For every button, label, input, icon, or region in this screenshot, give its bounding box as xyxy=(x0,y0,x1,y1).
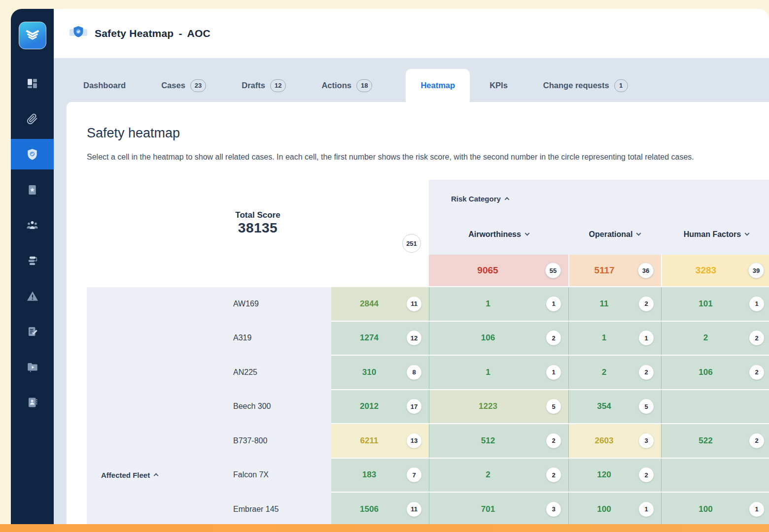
cell-score: 2 xyxy=(569,367,639,377)
fleet-total-cell[interactable]: 2012 17 xyxy=(331,390,429,424)
cell-cases-badge: 36 xyxy=(638,263,654,278)
tab-cases[interactable]: Cases 23 xyxy=(159,69,208,102)
column-total-cell[interactable]: 3283 39 xyxy=(661,255,769,286)
cell-score: 100 xyxy=(569,504,639,514)
heatmap-cell[interactable]: 522 2 xyxy=(661,424,769,458)
app-logo[interactable] xyxy=(19,22,46,49)
folder-media-icon xyxy=(26,361,39,373)
title-main: Safety Heatmap xyxy=(95,28,174,39)
sidebar-item-contacts[interactable] xyxy=(11,387,54,418)
cell-score: 2 xyxy=(429,470,547,480)
fleet-name: AN225 xyxy=(233,368,257,377)
tab-change-requests[interactable]: Change requests 1 xyxy=(541,69,630,102)
tab-kpis[interactable]: KPIs xyxy=(488,69,510,102)
column-header-airworthiness[interactable]: Airworthiness xyxy=(429,229,568,240)
heatmap-cell[interactable]: 101 1 xyxy=(661,287,769,321)
cell-cases-badge: 12 xyxy=(407,331,421,345)
cell-score: 522 xyxy=(662,436,750,446)
heatmap-cell[interactable]: 354 5 xyxy=(568,390,661,424)
cell-score: 354 xyxy=(569,401,639,411)
cell-cases-badge: 55 xyxy=(545,263,561,278)
sidebar-item-attachments[interactable] xyxy=(11,103,54,134)
contacts-icon xyxy=(27,397,38,408)
column-total-cell[interactable]: 9065 55 xyxy=(429,255,568,286)
tab-drafts[interactable]: Drafts 12 xyxy=(240,69,288,102)
frame-bottom-bar xyxy=(0,524,769,532)
fleet-total-cell[interactable]: 2844 11 xyxy=(331,287,429,321)
sidebar-item-safety[interactable] xyxy=(11,139,54,169)
column-header-human-factors[interactable]: Human Factors xyxy=(661,229,769,240)
heatmap-cell[interactable]: 2 2 xyxy=(661,322,769,355)
fleet-total-cell[interactable]: 1506 11 xyxy=(331,493,429,524)
page-title: Safety Heatmap-AOC xyxy=(95,28,210,39)
cell-score: 11 xyxy=(569,299,639,309)
app-header: Safety Heatmap-AOC xyxy=(54,9,769,58)
fleet-total-cell[interactable]: 6211 13 xyxy=(331,424,429,458)
tab-badge: 18 xyxy=(356,79,372,92)
total-score-label: Total Score xyxy=(87,180,429,220)
cell-score: 6211 xyxy=(331,436,407,446)
cell-cases-badge: 2 xyxy=(546,467,561,482)
heatmap-cell[interactable]: 106 2 xyxy=(661,356,769,389)
cell-cases-badge: 8 xyxy=(407,365,421,380)
cell-cases-badge: 2 xyxy=(639,365,654,380)
fleet-name: B737-800 xyxy=(233,436,267,445)
heatmap-cell[interactable]: 100 1 xyxy=(568,493,661,524)
sidebar-item-reports[interactable] xyxy=(11,174,54,205)
tab-badge: 23 xyxy=(190,79,206,92)
cell-cases-badge: 5 xyxy=(639,399,654,414)
total-score-value: 38135 xyxy=(87,220,429,236)
heatmap-cell[interactable]: 2603 3 xyxy=(568,424,661,458)
tab-actions[interactable]: Actions 18 xyxy=(319,69,374,102)
risk-category-header: Risk Category Airworthiness Operational … xyxy=(429,180,769,255)
cell-cases-badge: 11 xyxy=(407,297,421,311)
heatmap-cell[interactable]: 1 1 xyxy=(429,287,568,321)
heatmap-cell[interactable]: 100 1 xyxy=(661,493,769,524)
fleet-total-cell[interactable]: 310 8 xyxy=(331,356,429,389)
cell-score: 5117 xyxy=(569,265,639,276)
shield-check-icon xyxy=(26,148,39,161)
affected-fleet-sort[interactable]: Affected Fleet xyxy=(101,471,158,479)
heatmap-cell[interactable]: 512 2 xyxy=(429,424,568,458)
fleet-total-cell[interactable]: 1274 12 xyxy=(331,322,429,355)
heatmap-table: Total Score 38135 251 Risk Category Airw… xyxy=(87,180,769,524)
cell-cases-badge: 1 xyxy=(749,297,764,311)
heatmap-cell[interactable]: 11 2 xyxy=(568,287,661,321)
heatmap-cell[interactable]: 701 3 xyxy=(429,493,568,524)
heatmap-cell[interactable]: 120 2 xyxy=(568,459,661,492)
heatmap-cell[interactable]: 1 1 xyxy=(568,322,661,355)
column-header-operational[interactable]: Operational xyxy=(568,229,661,240)
heatmap-cell[interactable]: 2 2 xyxy=(568,356,661,389)
sidebar-item-media[interactable] xyxy=(11,352,54,382)
title-separator: - xyxy=(178,28,182,39)
sidebar-item-alerts[interactable] xyxy=(11,281,54,311)
risk-category-sort[interactable]: Risk Category xyxy=(451,195,509,203)
heatmap-cell[interactable] xyxy=(661,390,769,424)
section-description: Select a cell in the heatmap to show all… xyxy=(87,152,714,163)
heatmap-cell[interactable] xyxy=(661,459,769,492)
tab-dashboard[interactable]: Dashboard xyxy=(81,69,128,102)
cell-score: 2844 xyxy=(331,299,407,309)
sidebar-item-documents[interactable] xyxy=(11,316,54,347)
tab-badge: 12 xyxy=(270,79,286,92)
sidebar-item-team[interactable] xyxy=(11,210,54,240)
fleet-total-cell[interactable]: 183 7 xyxy=(331,459,429,492)
cell-cases-badge: 1 xyxy=(749,502,764,517)
heatmap-cell[interactable]: 1 1 xyxy=(429,356,568,389)
heatmap-cell[interactable]: 2 2 xyxy=(429,459,568,492)
cell-cases-badge: 2 xyxy=(639,297,654,311)
cell-score: 701 xyxy=(429,504,547,514)
cell-score: 1 xyxy=(429,367,547,377)
sidebar-item-dashboard[interactable] xyxy=(11,68,54,99)
column-total-cell[interactable]: 5117 36 xyxy=(568,255,661,286)
heatmap-cell[interactable]: 106 2 xyxy=(429,322,568,355)
cell-cases-badge: 3 xyxy=(639,433,654,448)
tab-bar: Dashboard Cases 23 Drafts 12 Actions 18 … xyxy=(54,58,769,102)
table-row: 1274 12 106 2 1 1 2 2 xyxy=(331,322,769,355)
sidebar-item-workflows[interactable] xyxy=(11,245,54,276)
cell-score: 120 xyxy=(569,470,639,480)
tab-heatmap[interactable]: Heatmap xyxy=(406,69,470,102)
heatmap-cell[interactable]: 1223 5 xyxy=(429,390,568,424)
fleet-name: A319 xyxy=(233,333,251,342)
fleet-label-column: Affected Fleet AW169 A319 AN225 Beech 30… xyxy=(87,287,331,524)
